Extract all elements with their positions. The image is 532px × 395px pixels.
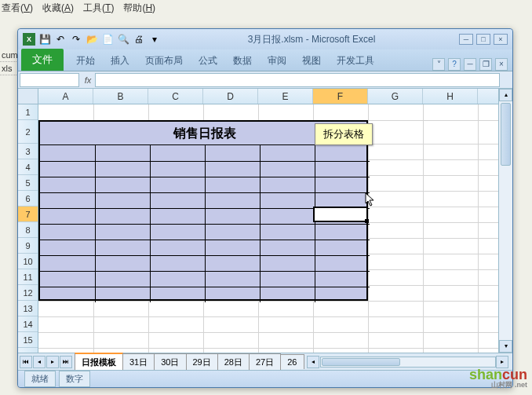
worksheet-grid: A B C D E F G H 1 2 3 4 5 6 7 8	[18, 89, 512, 353]
print-icon[interactable]: 🖨	[133, 33, 145, 46]
excel-window: X 💾 ↶ ↷ 📂 📄 🔍 🖨 ▾ 3月日报.xlsm - Microsoft …	[17, 28, 513, 388]
open-icon[interactable]: 📂	[86, 33, 98, 46]
horizontal-scrollbar[interactable]: ◂ ▸	[307, 356, 510, 368]
sheet-tab-30[interactable]: 30日	[154, 353, 186, 371]
scroll-down-button[interactable]: ▾	[499, 340, 512, 353]
quick-access-toolbar: X 💾 ↶ ↷ 📂 📄 🔍 🖨 ▾ 3月日报.xlsm - Microsoft …	[18, 29, 512, 49]
col-header-e[interactable]: E	[258, 89, 313, 104]
formula-bar: fx	[18, 71, 512, 89]
ribbon-tabs: 文件 开始 插入 页面布局 公式 数据 审阅 视图 开发工具 ˅ ? ─ ❐ ×	[18, 49, 512, 71]
doc-close-button[interactable]: ×	[495, 58, 508, 71]
name-box[interactable]	[20, 73, 79, 87]
bg-menu-tools[interactable]: 工具(T)	[83, 2, 114, 15]
sheet-tab-28[interactable]: 28日	[217, 353, 250, 371]
doc-minimize-button[interactable]: ─	[464, 58, 476, 71]
vscroll-thumb[interactable]	[501, 103, 511, 166]
new-icon[interactable]: 📄	[101, 33, 114, 46]
column-headers: A B C D E F G H	[18, 89, 498, 104]
qat-more-icon[interactable]: ▾	[148, 33, 161, 46]
maximize-button[interactable]: □	[476, 34, 490, 45]
status-mode: 数字	[59, 371, 90, 387]
sheet-tab-29[interactable]: 29日	[186, 353, 218, 371]
status-bar: 就绪 数字	[18, 370, 512, 387]
sheet-nav-first[interactable]: ⏮	[20, 356, 32, 368]
ribbon-minimize-icon[interactable]: ˅	[432, 58, 445, 71]
file-tab[interactable]: 文件	[21, 49, 64, 71]
row-header-6[interactable]: 6	[18, 191, 38, 207]
row-header-15[interactable]: 15	[18, 332, 38, 348]
row-header-8[interactable]: 8	[18, 222, 38, 238]
row-header-7[interactable]: 7	[18, 207, 38, 222]
excel-icon[interactable]: X	[23, 33, 35, 46]
sheet-tab-27[interactable]: 27日	[249, 353, 281, 371]
cells-area[interactable]: 销售日报表	[38, 104, 498, 353]
window-title: 3月日报.xlsm - Microsoft Excel	[164, 33, 459, 46]
tab-data[interactable]: 数据	[225, 50, 260, 71]
bg-menu-help[interactable]: 帮助(H)	[123, 2, 155, 15]
sheet-tab-31[interactable]: 31日	[122, 353, 155, 371]
redo-icon[interactable]: ↷	[70, 33, 82, 46]
select-all-corner[interactable]	[18, 89, 38, 104]
sheet-nav-last[interactable]: ⏭	[60, 356, 72, 368]
tab-insert[interactable]: 插入	[103, 50, 137, 71]
sheet-tab-template[interactable]: 日报模板	[75, 353, 123, 371]
col-header-g[interactable]: G	[368, 89, 423, 104]
doc-restore-button[interactable]: ❐	[479, 58, 492, 71]
col-header-a[interactable]: A	[38, 89, 93, 104]
vertical-scrollbar[interactable]: ▴ ▾	[498, 89, 512, 353]
tab-pagelayout[interactable]: 页面布局	[137, 50, 191, 71]
row-header-12[interactable]: 12	[18, 285, 38, 301]
bg-menu-view[interactable]: 查看(V)	[2, 2, 33, 15]
tab-home[interactable]: 开始	[68, 50, 103, 71]
sheet-tab-bar: ⏮ ◂ ▸ ⏭ 日报模板 31日 30日 29日 28日 27日 26 ◂ ▸	[18, 353, 512, 370]
status-ready: 就绪	[24, 371, 56, 387]
col-header-f[interactable]: F	[313, 89, 368, 104]
row-header-10[interactable]: 10	[18, 254, 38, 269]
row-header-4[interactable]: 4	[18, 159, 38, 175]
sheet-tab-26[interactable]: 26	[280, 354, 304, 369]
col-header-c[interactable]: C	[148, 89, 203, 104]
row-header-11[interactable]: 11	[18, 269, 38, 285]
tab-view[interactable]: 视图	[294, 50, 329, 71]
hscroll-thumb[interactable]	[322, 358, 400, 366]
row-headers: 1 2 3 4 5 6 7 8 9 10 11 12 13 14 15 16 1	[18, 104, 38, 353]
row-header-1[interactable]: 1	[18, 104, 38, 120]
row-header-14[interactable]: 14	[18, 316, 38, 332]
row-header-3[interactable]: 3	[18, 144, 38, 159]
data-table: 销售日报表	[38, 120, 368, 301]
row-header-9[interactable]: 9	[18, 238, 38, 254]
split-table-button[interactable]: 拆分表格	[315, 123, 373, 145]
col-header-h[interactable]: H	[423, 89, 478, 104]
scroll-right-button[interactable]: ▸	[496, 356, 508, 368]
sheet-nav-prev[interactable]: ◂	[33, 356, 46, 368]
row-header-5[interactable]: 5	[18, 175, 38, 191]
col-header-b[interactable]: B	[93, 89, 148, 104]
bg-menu-fav[interactable]: 收藏(A)	[42, 2, 74, 15]
close-button[interactable]: ×	[494, 34, 508, 45]
tab-formulas[interactable]: 公式	[191, 50, 225, 71]
save-icon[interactable]: 💾	[38, 33, 51, 46]
sheet-nav-next[interactable]: ▸	[46, 356, 59, 368]
minimize-button[interactable]: ─	[459, 34, 473, 45]
print-preview-icon[interactable]: 🔍	[117, 33, 129, 46]
scroll-left-button[interactable]: ◂	[307, 356, 319, 368]
formula-input[interactable]	[95, 73, 500, 87]
col-header-d[interactable]: D	[203, 89, 258, 104]
row-header-16[interactable]: 16	[18, 348, 38, 353]
help-icon[interactable]: ?	[448, 58, 461, 71]
row-header-2[interactable]: 2	[18, 120, 38, 144]
undo-icon[interactable]: ↶	[54, 33, 67, 46]
background-menubar: 查看(V) 收藏(A) 工具(T) 帮助(H)	[2, 2, 155, 15]
tab-developer[interactable]: 开发工具	[329, 50, 382, 71]
row-header-13[interactable]: 13	[18, 301, 38, 316]
tab-review[interactable]: 审阅	[260, 50, 294, 71]
scroll-up-button[interactable]: ▴	[499, 89, 512, 101]
fx-icon[interactable]: fx	[81, 75, 95, 85]
